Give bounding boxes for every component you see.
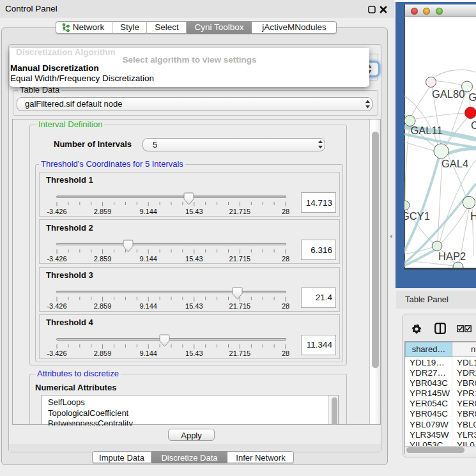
svg-text:GAL4: GAL4 xyxy=(441,158,468,169)
svg-text:H: H xyxy=(470,210,476,222)
svg-text:CY: CY xyxy=(471,119,476,131)
svg-text:GA: GA xyxy=(469,91,476,103)
svg-text:GAL80: GAL80 xyxy=(432,88,464,100)
svg-text:GCY1: GCY1 xyxy=(404,210,430,222)
svg-text:HAP2: HAP2 xyxy=(438,250,466,262)
svg-text:GAL11: GAL11 xyxy=(411,125,443,136)
